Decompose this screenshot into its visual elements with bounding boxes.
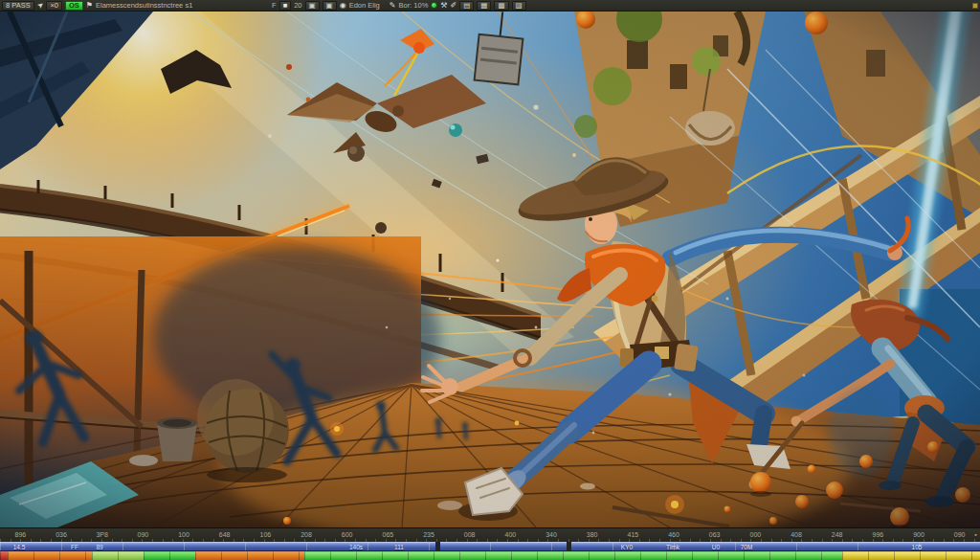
track-marker-label: KY0 — [621, 544, 633, 550]
ruler-lock-icon[interactable]: ▪ — [974, 531, 976, 538]
timeline-segment[interactable] — [195, 551, 304, 560]
track-marker-label: 111 — [394, 544, 404, 550]
ruler-label: 600 — [342, 531, 353, 538]
close-multiplier-button[interactable]: ×0 — [46, 1, 62, 11]
frame-grid-button[interactable]: ▦ — [477, 1, 491, 11]
timeline-segment[interactable] — [304, 551, 842, 560]
track-marker-label: 89 — [96, 544, 102, 550]
brush-icon[interactable]: ✐ — [451, 1, 457, 10]
corner-indicator-icon — [972, 3, 978, 9]
os-status-badge[interactable]: OS — [65, 1, 83, 11]
ruler-label: 235 — [423, 531, 434, 538]
track-marker-label: 105 — [912, 544, 923, 550]
ruler-label: 996 — [872, 531, 883, 538]
pass-counter-button[interactable]: 8 PASS — [2, 1, 34, 11]
track-marker-label: FF — [71, 544, 78, 550]
ruler-label: 100 — [178, 531, 189, 538]
zoom-level-label: Bor: 10% — [399, 1, 429, 10]
document-title: Elamesscendsutinsstnctree s1 — [96, 1, 192, 10]
ruler-label: 400 — [504, 531, 516, 538]
ruler-label: 648 — [219, 531, 231, 538]
timeline-segment[interactable] — [842, 551, 980, 560]
pencil-icon[interactable]: ✎ — [390, 1, 396, 10]
track-marker-label: 70M — [741, 544, 753, 550]
timeline-segment[interactable] — [144, 551, 195, 560]
frame-view-button[interactable]: ▤ — [459, 1, 474, 11]
ruler-label: 000 — [749, 531, 761, 538]
f-label: F — [272, 1, 277, 10]
track-marker-label: 14.5 — [13, 544, 26, 550]
ruler-label: 063 — [709, 531, 721, 538]
grid-view-button[interactable]: ▩ — [494, 1, 508, 11]
timeline-track-blue[interactable]: 14.5FF89140s111KY0TlmkU070M105 — [0, 542, 980, 551]
ruler-label: 900 — [913, 531, 924, 538]
frame-counter: 20 — [294, 1, 301, 10]
ruler-label: 248 — [832, 531, 843, 538]
view-mode-label: Edon Elig — [349, 1, 380, 10]
game-scene — [0, 11, 980, 527]
top-toolbar: 8 PASS ➤ ×0 OS ⚑ Elamesscendsutinsstnctr… — [0, 0, 980, 11]
timeline-ruler[interactable]: ▪ 8960363P809010064810620860006523500840… — [0, 527, 980, 542]
timeline-segment[interactable] — [8, 551, 92, 560]
application-window: 8 PASS ➤ ×0 OS ⚑ Elamesscendsutinsstnctr… — [0, 0, 980, 560]
ruler-label: 408 — [791, 531, 802, 538]
ruler-label: 896 — [14, 531, 26, 538]
layer-b-button[interactable]: ▣ — [323, 1, 337, 11]
game-viewport[interactable] — [0, 11, 980, 527]
ruler-label: 008 — [464, 531, 476, 538]
ruler-label: 380 — [587, 531, 598, 538]
timeline-segment[interactable] — [92, 551, 144, 560]
ruler-label: 090 — [137, 531, 148, 538]
eye-icon[interactable]: ◉ — [340, 1, 346, 10]
ruler-label: 340 — [546, 531, 557, 538]
gallery-view-button[interactable]: ▨ — [512, 1, 526, 11]
ruler-label: 090 — [954, 531, 966, 538]
ruler-label: 065 — [382, 531, 393, 538]
track-marker-label: Tlmk — [666, 544, 679, 550]
ruler-label: 208 — [301, 531, 312, 538]
ruler-label: 036 — [56, 531, 67, 538]
blue-track-ticks — [0, 543, 980, 550]
ruler-label: 415 — [627, 531, 638, 538]
ruler-label: 106 — [259, 531, 271, 538]
timeline-track-segments[interactable] — [0, 551, 980, 560]
flag-icon[interactable]: ⚑ — [86, 1, 93, 10]
tools-icon[interactable]: ⚒ — [440, 1, 447, 10]
cursor-icon[interactable]: ➤ — [35, 0, 46, 11]
ruler-label: 460 — [668, 531, 679, 538]
timeline-segment[interactable] — [0, 551, 8, 560]
layer-a-button[interactable]: ▣ — [305, 1, 320, 11]
track-marker-label: 140s — [349, 544, 363, 550]
ruler-label: 3P8 — [96, 531, 107, 538]
stop-button[interactable]: ■ — [279, 1, 292, 11]
bottom-timeline: ▪ 8960363P809010064810620860006523500840… — [0, 527, 980, 560]
track-marker-label: U0 — [712, 544, 720, 550]
record-status-icon[interactable] — [431, 2, 437, 9]
vignette-overlay — [0, 11, 980, 527]
